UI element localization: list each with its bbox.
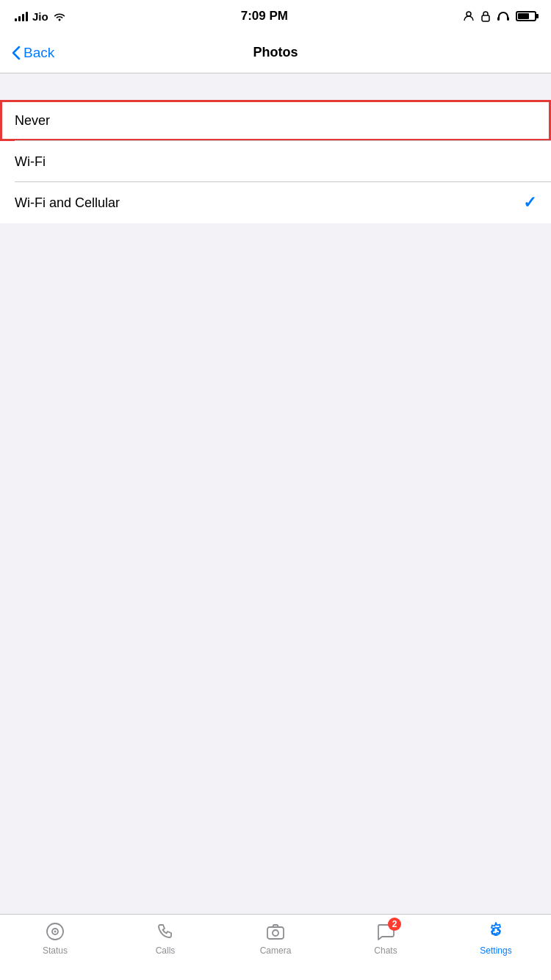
- option-wifi-label: Wi-Fi: [15, 154, 46, 170]
- option-never[interactable]: Never: [0, 100, 551, 141]
- nav-bar: Back Photos: [0, 32, 551, 73]
- status-left: Jio: [15, 10, 66, 23]
- chats-icon: 2: [375, 920, 397, 943]
- status-icon: [44, 920, 66, 943]
- option-wifi-cellular[interactable]: Wi-Fi and Cellular ✓: [0, 182, 551, 223]
- tab-calls-label: Calls: [156, 945, 176, 956]
- settings-icon: [485, 920, 507, 943]
- tab-settings-label: Settings: [480, 945, 511, 956]
- checkmark-icon: ✓: [523, 193, 536, 212]
- empty-area: [0, 223, 551, 914]
- carrier-label: Jio: [32, 10, 48, 23]
- svg-point-6: [54, 931, 57, 933]
- svg-point-0: [467, 12, 471, 16]
- svg-point-8: [273, 930, 278, 936]
- tab-chats-label: Chats: [374, 945, 397, 956]
- option-wifi-cellular-label: Wi-Fi and Cellular: [15, 195, 120, 211]
- status-time: 7:09 PM: [241, 9, 288, 24]
- tab-status[interactable]: Status: [0, 920, 110, 956]
- section-spacer-top: [0, 73, 551, 100]
- calls-icon: [154, 920, 176, 943]
- svg-rect-3: [507, 17, 509, 21]
- svg-rect-1: [482, 15, 489, 21]
- battery-icon: [516, 11, 536, 21]
- tab-settings[interactable]: Settings: [441, 920, 551, 956]
- tab-status-label: Status: [43, 945, 68, 956]
- camera-icon: [264, 920, 287, 943]
- signal-icon: [15, 11, 28, 21]
- status-right: [463, 10, 536, 22]
- tab-camera-label: Camera: [260, 945, 292, 956]
- nav-title: Photos: [253, 45, 298, 60]
- svg-rect-2: [497, 17, 500, 21]
- option-wifi[interactable]: Wi-Fi: [0, 141, 551, 182]
- headphone-icon: [497, 10, 510, 22]
- person-icon: [463, 10, 475, 22]
- tab-calls[interactable]: Calls: [110, 920, 220, 956]
- chats-badge: 2: [388, 918, 401, 931]
- tab-chats[interactable]: 2 Chats: [331, 920, 441, 956]
- lock-icon: [480, 10, 491, 22]
- chevron-left-icon: [12, 46, 21, 60]
- status-bar: Jio 7:09 PM: [0, 0, 551, 32]
- option-never-label: Never: [15, 113, 50, 129]
- tab-bar: Status Calls Camera 2 Chats: [0, 914, 551, 980]
- svg-rect-7: [267, 927, 284, 939]
- tab-camera[interactable]: Camera: [220, 920, 331, 956]
- wifi-icon: [53, 11, 66, 21]
- back-button[interactable]: Back: [12, 45, 54, 61]
- options-list: Never Wi-Fi Wi-Fi and Cellular ✓: [0, 100, 551, 223]
- back-label: Back: [24, 45, 54, 61]
